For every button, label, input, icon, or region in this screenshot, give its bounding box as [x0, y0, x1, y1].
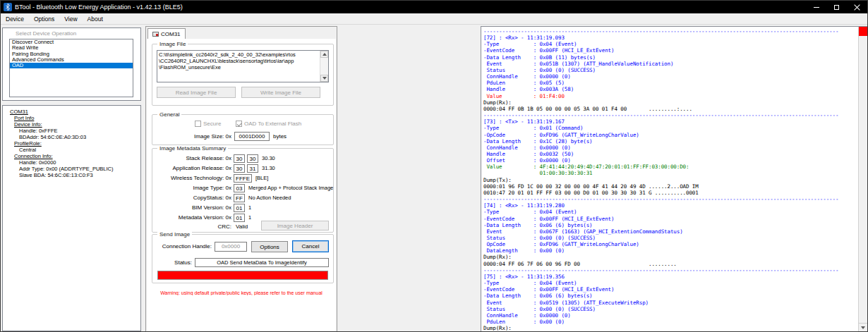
log-scrollbar[interactable]	[858, 27, 867, 331]
log-line: Dump(Rx):	[483, 325, 856, 331]
progress-fill	[158, 271, 327, 279]
log-line: -Type : 0x04 (Event)	[483, 41, 856, 47]
bluetooth-app-icon	[4, 3, 12, 11]
oad-progress-bar	[157, 271, 328, 280]
metadata-row: Image Type: 0x03Merged App + Protocol St…	[155, 184, 330, 192]
tree-node[interactable]: Device Info:	[6, 121, 139, 128]
com-port-icon	[152, 31, 159, 37]
image-file-path-line: C:\ti\simplelink_cc2640r2_sdk_2_40_00_32…	[157, 51, 328, 58]
log-line: Offset : 0x0000 (0)	[483, 157, 856, 164]
log-line: Dump(Rx):	[483, 99, 856, 106]
status-label: Status:	[165, 259, 192, 266]
menu-view[interactable]: View	[59, 13, 82, 24]
secure-checkbox: Secure	[195, 121, 221, 127]
maximize-button[interactable]	[826, 1, 847, 13]
metadata-row: CopyStatus: 0xFFNo Action Needed	[155, 194, 330, 202]
log-line: Status : 0x00 (0) (SUCCESS)	[483, 235, 856, 241]
minimize-button[interactable]	[806, 1, 826, 13]
metadata-value-box[interactable]: 31	[247, 164, 258, 173]
image-header-button: Image Header	[261, 221, 329, 230]
log-line: 0000:01 96 FD 1C 00 00 32 00 00 00 4F 41…	[483, 183, 856, 190]
metadata-label: Metadata Version: 0x	[155, 214, 231, 221]
tree-node[interactable]: Handle: 0x0000	[6, 159, 139, 166]
metadata-value-box[interactable]: 01	[234, 204, 245, 212]
menu-options[interactable]: Options	[29, 13, 59, 24]
log-panel: ----------------------------------------…	[481, 26, 868, 332]
metadata-row: Wireless Technology: 0xFFFE[BLE]	[155, 174, 330, 182]
log-line: ----------------------------------------…	[483, 267, 856, 273]
cancel-button[interactable]: Cancel	[292, 240, 329, 252]
tree-node[interactable]: Addr Type: 0x00 (ADDRTYPE_PUBLIC)	[6, 166, 139, 172]
log-scroll-down-button[interactable]	[859, 323, 867, 331]
log-line: Value : 4F:41:44:20:49:4D:47:20:01:01:FF…	[483, 164, 856, 170]
menu-about[interactable]: About	[83, 13, 108, 24]
secure-checkbox-label: Secure	[203, 121, 221, 127]
metadata-label: CopyStatus: 0x	[155, 195, 231, 201]
log-line: [72] : <Rx> - 11:31:19.093	[483, 35, 856, 41]
metadata-value-box[interactable]: 30	[234, 154, 245, 163]
tree-node[interactable]: Port Info	[6, 115, 139, 121]
scrollbar-thumb[interactable]	[859, 27, 867, 36]
device-operation-item[interactable]: Advanced Commands	[10, 57, 133, 63]
tree-node[interactable]: Handle: 0xFFFE	[6, 128, 139, 134]
metadata-value-box[interactable]: 30	[247, 154, 258, 163]
log-line: [73] : <Tx> - 11:31:19.167	[483, 118, 856, 125]
image-size-field[interactable]: 0001D000	[234, 132, 270, 141]
log-line: [75] : <Rx> - 11:31:19.356	[483, 273, 856, 280]
log-line: Event : 0x067F (1663) (GAP_HCI_Extention…	[483, 228, 856, 235]
metadata-value-box[interactable]: 03	[234, 184, 245, 192]
menu-device[interactable]: Device	[1, 13, 29, 24]
oad-external-flash-checkbox: OAD To External Flash	[236, 121, 301, 127]
crc-value: Valid	[236, 223, 248, 230]
connection-handle-label: Connection Handle:	[152, 243, 212, 250]
log-line: 0000:04 FF 0B 1B 05 00 00 00 05 3A 00 01…	[483, 106, 856, 112]
oad-content: Image File C:\ti\simplelink_cc2640r2_sdk…	[147, 39, 336, 331]
image-file-path-box[interactable]: C:\ti\simplelink_cc2640r2_sdk_2_40_00_32…	[157, 50, 329, 82]
path-scroll-up-button[interactable]	[320, 51, 328, 58]
log-line: -Data Length : 0x06 (6) bytes(s)	[483, 293, 856, 299]
tree-node[interactable]: COM31	[6, 109, 139, 115]
device-operation-item[interactable]: OAD	[10, 63, 133, 68]
close-button[interactable]	[847, 1, 867, 13]
metadata-suffix: No Action Needed	[248, 195, 291, 201]
tree-node[interactable]: Connection Info:	[6, 153, 139, 159]
image-size-label: Image Size: 0x	[152, 133, 231, 140]
arrow-down-icon	[861, 326, 865, 329]
device-operation-list[interactable]: Discover ConnectRead WritePairing Bondin…	[9, 39, 133, 97]
metadata-rows: Stack Release: 0x303030.30Application Re…	[155, 154, 330, 223]
path-scrollbar	[320, 51, 328, 82]
log-line: OpCode : 0xFD96 (GATT_WriteLongCharValue…	[483, 241, 856, 247]
metadata-value-box[interactable]: 30	[234, 164, 245, 173]
metadata-suffix: Merged App + Protocol Stack Image	[248, 185, 333, 191]
log-line: ----------------------------------------…	[483, 28, 856, 35]
log-line: -EventCode : 0x00FF (HCI_LE_ExtEvent)	[483, 216, 856, 222]
tree-node[interactable]: BDAddr: 54:6C:0E:A0:3D:03	[6, 134, 139, 140]
warning-text: Warning: using default private/public ke…	[148, 290, 334, 295]
tree-node[interactable]: ProfileRole:	[6, 140, 139, 147]
image-file-path-line: \FlashROM_unsecure\Exe	[157, 64, 328, 70]
log-line: 0000:04 FF 06 7F 06 00 96 FD 00 ........…	[483, 261, 856, 267]
metadata-label: Stack Release: 0x	[155, 155, 231, 161]
image-file-path-line: \CC2640R2_LAUNCHXL\blestack\sensortag\ti…	[157, 58, 328, 64]
log-line: ConnHandle : 0x0000 (0)	[483, 73, 856, 80]
crc-label: CRC:	[155, 223, 231, 230]
write-image-file-button: Write Image File	[241, 87, 320, 98]
metadata-value-box[interactable]: FFFE	[234, 174, 252, 183]
metadata-value-box[interactable]: 01	[234, 214, 245, 222]
image-file-group-label: Image File	[157, 41, 188, 47]
tree-node[interactable]: Slave BDA: 54:6C:0E:13:C0:F3	[6, 172, 139, 178]
path-scroll-down-button[interactable]	[320, 75, 328, 82]
metadata-value-box[interactable]: FF	[234, 194, 245, 202]
tree-node[interactable]: Central	[6, 147, 139, 153]
connection-handle-field: 0x0000	[215, 242, 247, 252]
metadata-row: Stack Release: 0x303030.30	[155, 154, 330, 162]
device-tree[interactable]: COM31Port InfoDevice Info:Handle: 0xFFFE…	[6, 109, 139, 329]
oad-external-flash-label: OAD To External Flash	[244, 121, 301, 127]
arrow-up-icon	[323, 53, 327, 56]
metadata-label: Wireless Technology: 0x	[155, 175, 231, 181]
arrow-down-icon	[323, 77, 327, 80]
image-file-group: Image File C:\ti\simplelink_cc2640r2_sdk…	[152, 44, 334, 106]
options-button[interactable]: Options	[251, 241, 288, 252]
log-line: Value : 01:F4:00	[483, 93, 856, 99]
tab-com31[interactable]: COM31	[147, 28, 186, 39]
